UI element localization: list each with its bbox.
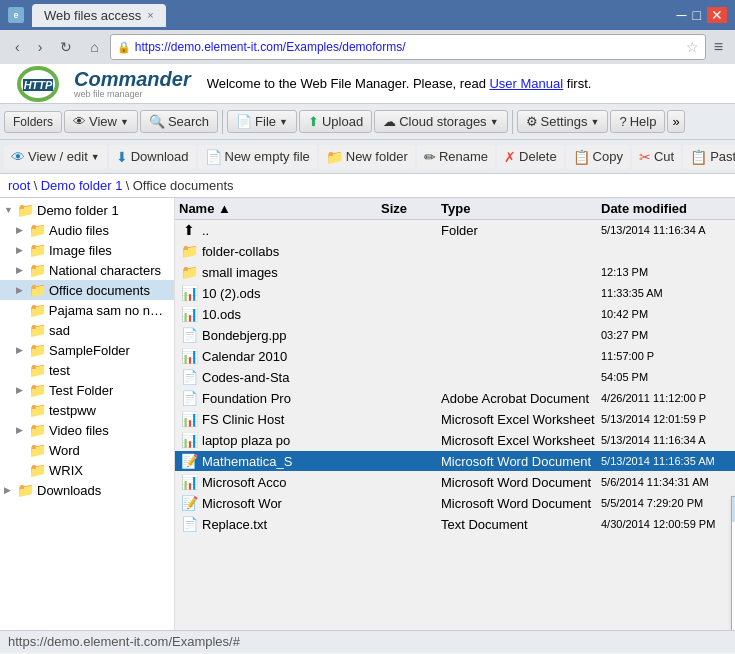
column-type[interactable]: Type (441, 201, 601, 216)
toolbar-more-button[interactable]: » (667, 110, 684, 133)
help-button[interactable]: ? Help (610, 110, 665, 133)
file-date: 11:33:35 AM (601, 287, 731, 299)
table-row[interactable]: 📊 Microsoft Acco Microsoft Word Document… (175, 472, 735, 493)
table-row[interactable]: 📄 Foundation Pro Adobe Acrobat Document … (175, 388, 735, 409)
bookmark-icon[interactable]: ☆ (686, 39, 699, 55)
folder-icon: 📁 (179, 264, 199, 280)
browser-menu-button[interactable]: ≡ (710, 36, 727, 58)
settings-dropdown-icon: ▼ (591, 117, 600, 127)
main-toolbar: Folders 👁 View ▼ 🔍 Search 📄 File ▼ ⬆ Upl… (0, 104, 735, 140)
file-name: laptop plaza po (202, 433, 381, 448)
sidebar-item-sample[interactable]: ▶ 📁 SampleFolder (0, 340, 174, 360)
copy-icon: 📋 (573, 149, 590, 165)
folder-icon: 📁 (29, 322, 46, 338)
back-button[interactable]: ‹ (8, 36, 27, 58)
close-button[interactable]: ✕ (707, 7, 727, 23)
doc-icon: 📄 (179, 369, 199, 385)
cut-button[interactable]: ✂ Cut (632, 145, 681, 169)
column-name[interactable]: Name ▲ (179, 201, 381, 216)
sidebar-item-test[interactable]: 📁 test (0, 360, 174, 380)
folder-icon: 📁 (29, 342, 46, 358)
file-name: 10.ods (202, 307, 381, 322)
minimize-button[interactable]: ─ (677, 7, 687, 23)
sidebar-item-testpww[interactable]: 📁 testpww (0, 400, 174, 420)
sidebar-item-demo-folder[interactable]: ▼ 📁 Demo folder 1 (0, 200, 174, 220)
file-list-area: Name ▲ Size Type Date modified ⬆ .. Fold… (175, 198, 735, 630)
breadcrumb-folder1[interactable]: Demo folder 1 (41, 178, 123, 193)
breadcrumb-root[interactable]: root (8, 178, 30, 193)
table-row[interactable]: 📄 Bondebjerg.pp 03:27 PM (175, 325, 735, 346)
sidebar-item-label: Pajama sam no need (49, 303, 170, 318)
settings-button[interactable]: ⚙ Settings ▼ (517, 110, 609, 133)
expand-icon: ▶ (16, 385, 26, 395)
file-name: Calendar 2010 (202, 349, 381, 364)
rename-button[interactable]: ✏ Rename (417, 145, 495, 169)
logo-sub-text: web file manager (74, 89, 191, 99)
status-bar: https://demo.element-it.com/Examples/# (0, 630, 735, 652)
table-row[interactable]: 📝 Microsoft Wor Microsoft Word Document … (175, 493, 735, 514)
file-type: Microsoft Word Document (441, 496, 601, 511)
paste-button[interactable]: 📋 Paste (683, 145, 735, 169)
sidebar-item-test-folder[interactable]: ▶ 📁 Test Folder (0, 380, 174, 400)
delete-button[interactable]: ✗ Delete (497, 145, 564, 169)
sidebar-item-video[interactable]: ▶ 📁 Video files (0, 420, 174, 440)
column-size[interactable]: Size (381, 201, 441, 216)
maximize-button[interactable]: □ (693, 7, 701, 23)
folder-icon: 📁 (29, 262, 46, 278)
table-row[interactable]: 📝 Mathematica_S Microsoft Word Document … (175, 451, 735, 472)
table-row[interactable]: 📄 Replace.txt Text Document 4/30/2014 12… (175, 514, 735, 535)
forward-button[interactable]: › (31, 36, 50, 58)
file-button[interactable]: 📄 File ▼ (227, 110, 297, 133)
tab-close-button[interactable]: × (147, 9, 153, 21)
table-row[interactable]: 📊 FS Clinic Host Microsoft Excel Workshe… (175, 409, 735, 430)
sidebar-item-pajama[interactable]: 📁 Pajama sam no need (0, 300, 174, 320)
column-date[interactable]: Date modified (601, 201, 731, 216)
sidebar-item-sad[interactable]: 📁 sad (0, 320, 174, 340)
file-name: Bondebjerg.pp (202, 328, 381, 343)
table-row[interactable]: 📊 10 (2).ods 11:33:35 AM (175, 283, 735, 304)
sidebar-item-wrix[interactable]: 📁 WRIX (0, 460, 174, 480)
sidebar-item-office[interactable]: ▶ 📁 Office documents (0, 280, 174, 300)
refresh-button[interactable]: ↻ (53, 36, 79, 58)
table-row[interactable]: ⬆ .. Folder 5/13/2014 11:16:34 A (175, 220, 735, 241)
download-icon: ⬇ (116, 149, 128, 165)
table-row[interactable]: 📁 folder-collabs (175, 241, 735, 262)
sidebar-item-audio[interactable]: ▶ 📁 Audio files (0, 220, 174, 240)
user-manual-link[interactable]: User Manual (489, 76, 563, 91)
address-bar[interactable]: 🔒 https://demo.element-it.com/Examples/d… (110, 34, 706, 60)
table-row[interactable]: 📊 Calendar 2010 11:57:00 P (175, 346, 735, 367)
table-row[interactable]: 📊 10.ods 10:42 PM (175, 304, 735, 325)
table-row[interactable]: 📁 small images 12:13 PM (175, 262, 735, 283)
file-date: 5/13/2014 11:16:35 AM (601, 455, 731, 467)
folders-button[interactable]: Folders (4, 111, 62, 133)
pdf-icon: 📄 (179, 390, 199, 406)
cloud-storages-button[interactable]: ☁ Cloud storages ▼ (374, 110, 507, 133)
file-date: 5/13/2014 11:16:34 A (601, 224, 731, 236)
sidebar-item-downloads[interactable]: ▶ 📁 Downloads (0, 480, 174, 500)
view-edit-button[interactable]: 👁 View / edit ▼ (4, 145, 107, 169)
copy-button[interactable]: 📋 Copy (566, 145, 630, 169)
sidebar-item-image[interactable]: ▶ 📁 Image files (0, 240, 174, 260)
new-empty-file-button[interactable]: 📄 New empty file (198, 145, 317, 169)
sidebar-item-word[interactable]: 📁 Word (0, 440, 174, 460)
upload-button[interactable]: ⬆ Upload (299, 110, 372, 133)
browser-tab[interactable]: Web files access × (32, 4, 166, 27)
action-toolbar: 👁 View / edit ▼ ⬇ Download 📄 New empty f… (0, 140, 735, 174)
table-row[interactable]: 📄 Codes-and-Sta 54:05 PM (175, 367, 735, 388)
sidebar-item-national[interactable]: ▶ 📁 National characters (0, 260, 174, 280)
view-button[interactable]: 👁 View ▼ (64, 110, 138, 133)
folder-icon: 📁 (29, 282, 46, 298)
folder-icon: 📁 (29, 242, 46, 258)
search-icon: 🔍 (149, 114, 165, 129)
doc-icon: 📝 (179, 453, 199, 469)
view-edit-dropdown: ▼ (91, 152, 100, 162)
file-type: Microsoft Excel Worksheet (441, 433, 601, 448)
new-folder-button[interactable]: 📁 New folder (319, 145, 415, 169)
file-name: Foundation Pro (202, 391, 381, 406)
folder-icon: 📁 (29, 402, 46, 418)
search-button[interactable]: 🔍 Search (140, 110, 218, 133)
home-button[interactable]: ⌂ (83, 36, 105, 58)
table-row[interactable]: 📊 laptop plaza po Microsoft Excel Worksh… (175, 430, 735, 451)
folder-icon: 📁 (29, 442, 46, 458)
download-button[interactable]: ⬇ Download (109, 145, 196, 169)
